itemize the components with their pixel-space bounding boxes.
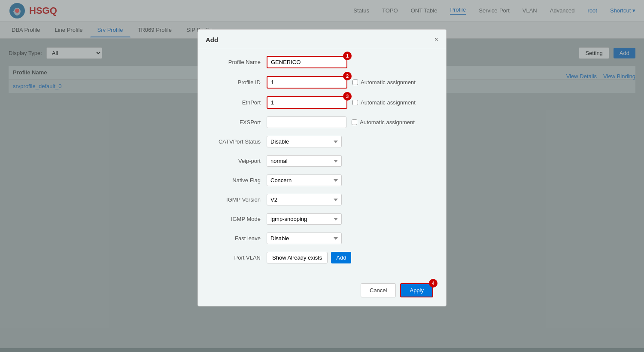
apply-button[interactable]: Apply <box>400 283 433 297</box>
catvport-label: CATVPort Status <box>211 138 267 145</box>
step-badge-2: 2 <box>343 72 352 80</box>
fxsport-auto-checkbox[interactable] <box>352 119 357 125</box>
ethport-auto-checkbox[interactable] <box>352 100 358 105</box>
portvlan-label: Port VLAN <box>211 254 267 261</box>
igmpmode-select[interactable]: igmp-snooping igmp-proxy <box>267 213 342 225</box>
igmpmode-label: IGMP Mode <box>211 216 267 222</box>
fxsport-label: FXSPort <box>211 119 267 125</box>
portvlan-buttons: Show Already exists Add <box>267 252 351 263</box>
veipport-row: Veip-port normal disable <box>211 155 433 167</box>
profile-id-input[interactable] <box>267 76 347 89</box>
fxsport-auto-area: Automatic assignment <box>352 119 415 125</box>
veipport-label: Veip-port <box>211 158 267 164</box>
fastleave-row: Fast leave Disable Enable <box>211 233 433 244</box>
igmpversion-label: IGMP Version <box>211 196 267 203</box>
veipport-select[interactable]: normal disable <box>267 155 342 167</box>
ethport-auto-area: Automatic assignment <box>352 99 416 106</box>
fastleave-label: Fast leave <box>211 235 267 242</box>
igmpversion-row: IGMP Version V2 V3 <box>211 194 433 205</box>
ethport-wrapper: 3 <box>267 96 347 109</box>
ethport-label: EthPort <box>211 99 267 106</box>
ethport-input[interactable] <box>267 96 347 109</box>
portvlan-row: Port VLAN Show Already exists Add <box>211 252 433 263</box>
add-dialog: Add × Profile Name 1 Profile ID 2 Automa… <box>197 29 447 306</box>
catvport-row: CATVPort Status Disable Enable <box>211 136 433 147</box>
dialog-body: Profile Name 1 Profile ID 2 Automatic as… <box>198 48 446 279</box>
igmpmode-row: IGMP Mode igmp-snooping igmp-proxy <box>211 213 433 225</box>
show-already-button[interactable]: Show Already exists <box>267 252 328 263</box>
fastleave-select[interactable]: Disable Enable <box>267 233 342 244</box>
dialog-close-button[interactable]: × <box>434 36 438 43</box>
step-badge-1: 1 <box>343 52 352 60</box>
profile-id-wrapper: 2 <box>267 76 347 89</box>
profile-name-wrapper: 1 <box>267 56 347 68</box>
nativeflag-label: Native Flag <box>211 177 267 184</box>
profile-id-auto-checkbox[interactable] <box>352 80 358 85</box>
profile-name-label: Profile Name <box>211 59 267 65</box>
profile-id-auto-area: Automatic assignment <box>352 79 416 86</box>
catvport-select[interactable]: Disable Enable <box>267 136 342 147</box>
profile-name-row: Profile Name 1 <box>211 56 433 68</box>
profile-id-auto-label: Automatic assignment <box>361 79 416 86</box>
igmpversion-select[interactable]: V2 V3 <box>267 194 342 205</box>
apply-wrapper: Apply 4 <box>400 283 433 297</box>
dialog-header: Add × <box>198 30 446 48</box>
cancel-button[interactable]: Cancel <box>361 283 396 297</box>
ethport-row: EthPort 3 Automatic assignment <box>211 96 433 109</box>
nativeflag-row: Native Flag Concern No-concern <box>211 174 433 186</box>
profile-id-label: Profile ID <box>211 79 267 86</box>
fxsport-input[interactable] <box>267 116 346 128</box>
profile-name-input[interactable] <box>267 56 347 68</box>
fxsport-row: FXSPort Automatic assignment <box>211 116 433 128</box>
ethport-auto-label: Automatic assignment <box>361 99 416 106</box>
nativeflag-select[interactable]: Concern No-concern <box>267 174 342 186</box>
profile-id-row: Profile ID 2 Automatic assignment <box>211 76 433 89</box>
step-badge-3: 3 <box>343 92 352 101</box>
dialog-footer: Cancel Apply 4 <box>198 279 446 297</box>
add-vlan-button[interactable]: Add <box>331 252 351 263</box>
dialog-title: Add <box>206 36 218 43</box>
step-badge-4: 4 <box>429 279 437 288</box>
fxsport-auto-label: Automatic assignment <box>360 119 415 125</box>
